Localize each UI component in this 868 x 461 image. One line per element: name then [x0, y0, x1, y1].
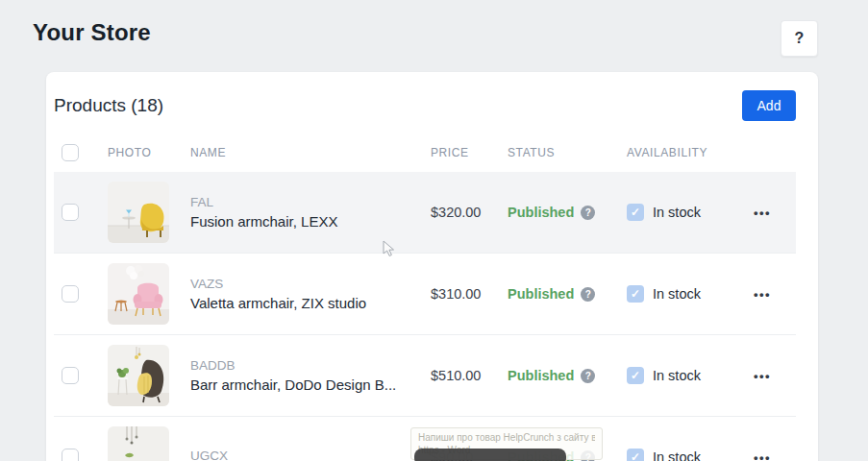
page-title: Your Store — [33, 19, 868, 46]
select-all-checkbox[interactable] — [62, 144, 79, 161]
stock-label: In stock — [653, 368, 701, 383]
check-icon: ✓ — [631, 206, 640, 219]
table-header-row: PHOTO NAME PRICE STATUS AVAILABILITY — [54, 133, 796, 172]
brown-armchair-photo — [108, 345, 169, 406]
more-options-icon: ••• — [754, 369, 771, 383]
row-checkbox[interactable] — [62, 449, 79, 461]
stock-label: In stock — [653, 205, 701, 220]
more-options-button[interactable]: ••• — [746, 447, 779, 461]
status-badge: Published — [508, 286, 574, 302]
in-stock-checkbox[interactable]: ✓ — [627, 285, 644, 303]
help-button[interactable]: ? — [781, 20, 818, 57]
row-checkbox[interactable] — [62, 367, 79, 384]
check-icon: ✓ — [631, 369, 640, 382]
more-options-button[interactable]: ••• — [746, 283, 779, 305]
column-header-name: NAME — [183, 146, 423, 159]
pink-armchair-photo — [108, 263, 169, 325]
product-row[interactable]: VAZS Valetta armchair, ZIX studio $310.0… — [54, 254, 796, 335]
more-options-button[interactable]: ••• — [746, 202, 779, 224]
product-sku: UGCX — [190, 449, 423, 461]
panel-header: Products (18) Add — [46, 72, 818, 133]
status-help-icon[interactable]: ? — [581, 287, 595, 302]
product-price: $510.00 — [423, 368, 500, 383]
check-icon: ✓ — [631, 450, 640, 461]
product-name: Fusion armchair, LEXX — [190, 213, 423, 230]
row-checkbox[interactable] — [62, 285, 79, 303]
row-checkbox[interactable] — [62, 204, 79, 221]
more-options-button[interactable]: ••• — [746, 365, 779, 387]
product-price: $320.00 — [423, 205, 500, 220]
green-chair-photo — [108, 426, 169, 461]
tooltip-line1: Напиши про товар HelpCrunch з сайту виро… — [418, 431, 595, 444]
products-table: PHOTO NAME PRICE STATUS AVAILABILITY — [54, 133, 796, 461]
status-badge: Published — [508, 368, 574, 383]
in-stock-checkbox[interactable]: ✓ — [627, 367, 644, 384]
products-panel: Products (18) Add PHOTO NAME PRICE STATU… — [46, 72, 818, 461]
product-name: Valetta armchair, ZIX studio — [190, 295, 423, 311]
product-sku: VAZS — [190, 277, 423, 291]
product-row[interactable]: FAL Fusion armchair, LEXX $320.00 Publis… — [54, 172, 796, 254]
column-header-status: STATUS — [500, 146, 619, 159]
product-row[interactable]: BADDB Barr armchair, DoDo Design B... $5… — [54, 335, 796, 417]
yellow-armchair-photo — [108, 182, 169, 243]
stock-label: In stock — [653, 449, 701, 461]
dark-overlay-bar — [414, 449, 566, 461]
page-header: Your Store — [0, 0, 868, 46]
product-sku: BADDB — [190, 358, 423, 373]
in-stock-checkbox[interactable]: ✓ — [627, 449, 644, 461]
more-options-icon: ••• — [754, 206, 771, 220]
add-button[interactable]: Add — [742, 90, 796, 121]
product-sku: FAL — [190, 195, 423, 209]
more-options-icon: ••• — [754, 450, 771, 461]
in-stock-checkbox[interactable]: ✓ — [627, 204, 644, 221]
product-price: $310.00 — [423, 286, 500, 302]
help-icon: ? — [795, 30, 805, 47]
status-badge: Published — [508, 205, 574, 220]
more-options-icon: ••• — [754, 287, 771, 302]
check-icon: ✓ — [631, 287, 640, 301]
status-help-icon[interactable]: ? — [581, 369, 595, 383]
stock-label: In stock — [653, 286, 701, 302]
column-header-availability: AVAILABILITY — [619, 146, 738, 159]
product-name: Barr armchair, DoDo Design B... — [190, 376, 423, 393]
status-help-icon[interactable]: ? — [581, 206, 595, 220]
column-header-price: PRICE — [423, 146, 500, 159]
panel-title: Products (18) — [54, 95, 163, 116]
column-header-photo: PHOTO — [100, 146, 183, 159]
page: Your Store ? Products (18) Add PHOTO NAM… — [0, 0, 868, 461]
